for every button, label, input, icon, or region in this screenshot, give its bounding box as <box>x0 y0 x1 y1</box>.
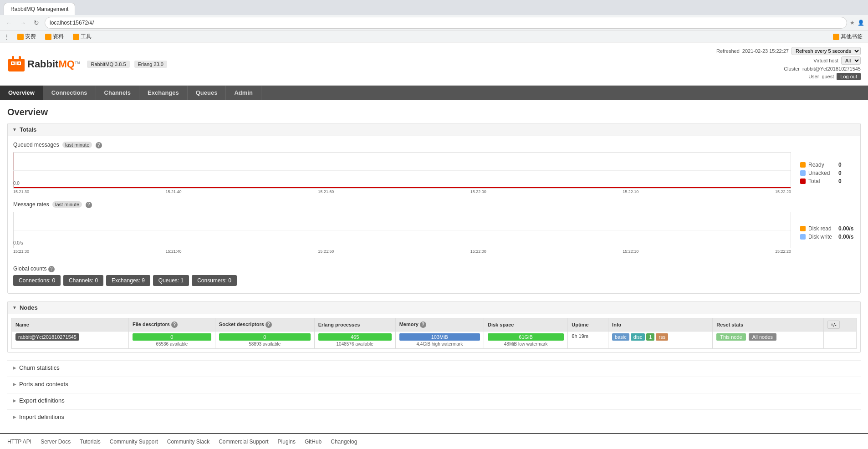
message-rates-period[interactable]: last minute <box>52 201 82 208</box>
logo-area: RabbitMQTM RabbitMQ 3.8.5 Erlang 23.0 <box>7 55 167 73</box>
churn-statistics-section: ▶ Churn statistics <box>7 360 861 375</box>
footer-github[interactable]: GitHub <box>305 439 322 445</box>
col-memory: Memory ? <box>395 318 484 332</box>
refresh-select[interactable]: Refresh every 5 seconds <box>791 47 861 55</box>
rates-x-label-4: 15:22:10 <box>623 249 638 254</box>
bookmark-anfe[interactable]: 安费 <box>15 32 38 41</box>
socket-desc-available: 58893 available <box>219 342 311 347</box>
message-rates-canvas <box>13 212 791 248</box>
bookmark-gongju[interactable]: 工具 <box>71 32 93 41</box>
apps-icon: ⋮ <box>4 33 10 41</box>
bookmark-other[interactable]: 其他书签 <box>831 32 864 41</box>
ports-contexts-section: ▶ Ports and contexts <box>7 377 861 391</box>
connections-count-btn[interactable]: Connections: 0 <box>13 275 61 286</box>
queued-messages-help-icon[interactable]: ? <box>96 142 102 148</box>
footer-tutorials[interactable]: Tutorials <box>80 439 101 445</box>
info-badge-basic[interactable]: basic <box>612 333 629 341</box>
user-value: guest <box>822 74 834 79</box>
consumers-count-btn[interactable]: Consumers: 0 <box>192 275 237 286</box>
rabbitmq-version-badge: RabbitMQ 3.8.5 <box>87 61 129 68</box>
socket-desc-help[interactable]: ? <box>266 321 272 328</box>
forward-button[interactable]: → <box>17 17 28 28</box>
totals-header[interactable]: ▼ Totals <box>8 123 860 136</box>
footer-commercial-support[interactable]: Commercial Support <box>219 439 268 445</box>
ports-contexts-header[interactable]: ▶ Ports and contexts <box>7 377 861 391</box>
bookmark-ziliao[interactable]: 资料 <box>43 32 66 41</box>
nodes-body: Name File descriptors ? Socket descripto… <box>8 314 860 352</box>
bookmark-other-icon <box>833 34 839 40</box>
channels-count-btn[interactable]: Channels: 0 <box>63 275 103 286</box>
info-badge-disc[interactable]: disc <box>631 333 645 341</box>
virtual-host-select[interactable]: All <box>841 56 861 65</box>
message-rates-help-icon[interactable]: ? <box>86 202 92 208</box>
plus-minus-button[interactable]: +/- <box>827 321 840 329</box>
counts-buttons: Connections: 0 Channels: 0 Exchanges: 9 … <box>13 275 855 286</box>
bookmark-label-3: 工具 <box>81 33 92 41</box>
rates-x-label-3: 15:22:00 <box>470 249 486 254</box>
nodes-table-body: rabbit@Yct201810271545 0 65536 available… <box>12 332 857 349</box>
tab-channels[interactable]: Channels <box>96 86 140 100</box>
erlang-proc-bar: 465 1048576 available <box>318 333 392 347</box>
bookmark-folder-icon <box>17 34 24 40</box>
logout-button[interactable]: Log out <box>837 73 861 80</box>
col-info: Info <box>608 318 713 332</box>
tab-admin[interactable]: Admin <box>226 86 261 100</box>
tab-connections[interactable]: Connections <box>43 86 96 100</box>
queued-messages-label: Queued messages last minute ? <box>13 142 855 148</box>
exchanges-count-btn[interactable]: Exchanges: 9 <box>106 275 150 286</box>
bookmark-other-label: 其他书签 <box>841 33 863 41</box>
bookmark-icon: ★ <box>850 20 855 26</box>
tab-queues[interactable]: Queues <box>188 86 226 100</box>
refresh-row: Refreshed 2021-02-23 15:22:27 Refresh ev… <box>716 47 861 55</box>
socket-desc-value: 0 <box>219 333 311 341</box>
footer-community-support[interactable]: Community Support <box>110 439 158 445</box>
nav-tabs: Overview Connections Channels Exchanges … <box>0 86 868 100</box>
info-badge-1[interactable]: 1 <box>646 333 654 341</box>
nodes-header[interactable]: ▼ Nodes <box>8 301 860 314</box>
logo-text: RabbitMQTM <box>27 58 80 70</box>
cluster-value: rabbit@Yct201810271545 <box>802 66 861 71</box>
memory-help[interactable]: ? <box>420 321 426 328</box>
churn-statistics-header[interactable]: ▶ Churn statistics <box>7 360 861 375</box>
footer-http-api[interactable]: HTTP API <box>7 439 31 445</box>
churn-statistics-label: Churn statistics <box>19 364 60 371</box>
queues-count-btn[interactable]: Queues: 1 <box>153 275 189 286</box>
user-row: User guest Log out <box>716 73 861 80</box>
footer-community-slack[interactable]: Community Slack <box>167 439 209 445</box>
collapsibles: ▶ Churn statistics ▶ Ports and contexts … <box>7 360 861 424</box>
main-content: Overview ▼ Totals Queued messages last m… <box>0 100 868 433</box>
col-reset-stats: Reset stats <box>713 318 823 332</box>
reload-button[interactable]: ↻ <box>31 17 42 28</box>
footer-changelog[interactable]: Changelog <box>331 439 357 445</box>
legend-disk-write-color <box>800 234 806 240</box>
global-counts-label: Global counts ? <box>13 265 855 272</box>
file-desc-help[interactable]: ? <box>171 321 178 328</box>
info-badge-rss[interactable]: rss <box>656 333 668 341</box>
this-node-button[interactable]: This node <box>716 333 745 341</box>
global-counts-help-icon[interactable]: ? <box>48 266 55 272</box>
queued-messages-legend: Ready 0 Unacked 0 Total 0 <box>800 152 855 194</box>
rates-x-label-0: 15:21:30 <box>13 249 29 254</box>
back-button[interactable]: ← <box>4 17 15 28</box>
footer-server-docs[interactable]: Server Docs <box>41 439 71 445</box>
browser-tab[interactable]: RabbitMQ Management <box>4 3 75 15</box>
erlang-version-badge: Erlang 23.0 <box>134 61 167 68</box>
churn-arrow-icon: ▶ <box>13 365 16 370</box>
plus-minus-cell <box>823 332 856 349</box>
svg-rect-7 <box>19 56 21 61</box>
node-name-cell: rabbit@Yct201810271545 <box>12 332 129 349</box>
queued-messages-period[interactable]: last minute <box>62 142 92 148</box>
rabbitmq-logo: RabbitMQTM <box>7 55 80 73</box>
export-definitions-section: ▶ Export definitions <box>7 393 861 408</box>
export-definitions-header[interactable]: ▶ Export definitions <box>7 393 861 408</box>
address-bar[interactable] <box>45 17 847 29</box>
chart-grid-mid <box>14 170 791 171</box>
import-definitions-header[interactable]: ▶ Import definitions <box>7 409 861 424</box>
legend-unacked: Unacked 0 <box>800 170 855 176</box>
legend-total-value: 0 <box>838 178 842 184</box>
totals-section: ▼ Totals Queued messages last minute ? 1… <box>7 123 861 294</box>
all-nodes-button[interactable]: All nodes <box>749 333 776 341</box>
footer-plugins[interactable]: Plugins <box>278 439 296 445</box>
tab-overview[interactable]: Overview <box>0 86 43 100</box>
tab-exchanges[interactable]: Exchanges <box>139 86 188 100</box>
